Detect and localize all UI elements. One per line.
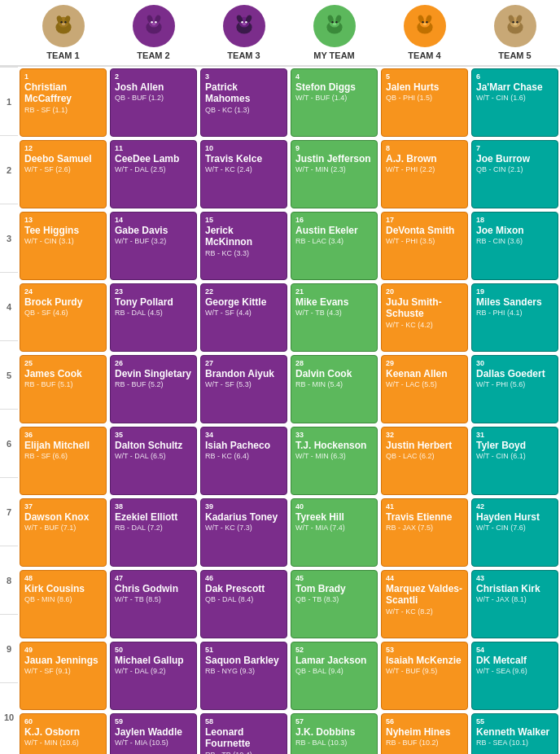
player-card[interactable]: 40Tyreek HillW/T - MIA (7.4) xyxy=(291,498,378,567)
pick-number: 52 xyxy=(295,646,373,654)
player-position: RB - BAL (10.3) xyxy=(295,739,373,747)
player-card[interactable]: 44Marquez Valdes-ScantliW/T - KC (8.2) xyxy=(381,570,468,638)
player-card[interactable]: 43Christian KirkW/T - JAX (8.1) xyxy=(471,570,558,638)
player-card[interactable]: 41Travis EtienneRB - JAX (7.5) xyxy=(381,498,468,567)
pick-number: 48 xyxy=(24,574,102,582)
row-label-2: 2 xyxy=(0,135,18,204)
player-card[interactable]: 4Stefon DiggsW/T - BUF (1.4) xyxy=(291,68,378,137)
player-card[interactable]: 30Dallas GoedertW/T - PHI (5.6) xyxy=(471,355,558,423)
player-card[interactable]: 60K.J. OsbornW/T - MIN (10.6) xyxy=(20,713,107,754)
player-card[interactable]: 17DeVonta SmithW/T - PHI (3.5) xyxy=(381,212,468,280)
player-card[interactable]: 3Patrick MahomesQB - KC (1.3) xyxy=(200,68,287,137)
pick-number: 36 xyxy=(24,431,102,439)
player-name: JuJu Smith-Schuste xyxy=(386,296,463,320)
player-card[interactable]: 57J.K. DobbinsRB - BAL (10.3) xyxy=(291,713,378,754)
player-position: QB - BUF (1.2) xyxy=(115,94,192,102)
player-name: Keenan Allen xyxy=(386,368,463,379)
player-card[interactable]: 54DK MetcalfW/T - SEA (9.6) xyxy=(471,642,558,710)
player-card[interactable]: 22George KittleW/T - SF (4.4) xyxy=(200,283,287,352)
player-card[interactable]: 35Dalton SchultzW/T - DAL (6.5) xyxy=(110,427,197,495)
team-avatar-team2 xyxy=(133,5,175,47)
player-card[interactable]: 28Dalvin CookRB - MIN (5.4) xyxy=(291,355,378,423)
pick-number: 30 xyxy=(476,359,553,367)
player-position: RB - JAX (7.5) xyxy=(386,524,463,532)
player-name: Jaylen Waddle xyxy=(115,726,192,738)
player-name: Patrick Mahomes xyxy=(205,81,282,105)
pick-number: 38 xyxy=(115,502,192,511)
player-card[interactable]: 10Travis KelceW/T - KC (2.4) xyxy=(200,140,287,208)
player-card[interactable]: 5Jalen HurtsQB - PHI (1.5) xyxy=(381,68,468,137)
player-card[interactable]: 48Kirk CousinsQB - MIN (8.6) xyxy=(20,570,107,638)
player-card[interactable]: 11CeeDee LambW/T - DAL (2.5) xyxy=(110,140,197,208)
player-card[interactable]: 39Kadarius ToneyW/T - KC (7.3) xyxy=(200,498,287,567)
player-card[interactable]: 42Hayden HurstW/T - CIN (7.6) xyxy=(471,498,558,567)
pick-number: 43 xyxy=(476,574,553,582)
player-position: W/T - SF (2.6) xyxy=(24,165,102,173)
player-card[interactable]: 24Brock PurdyQB - SF (4.6) xyxy=(20,283,107,352)
player-card[interactable]: 31Tyler BoydW/T - CIN (6.1) xyxy=(471,427,558,495)
pick-number: 13 xyxy=(24,216,102,224)
col-team3: 3Patrick MahomesQB - KC (1.3)10Travis Ke… xyxy=(199,67,289,754)
player-card[interactable]: 18Joe MixonRB - CIN (3.6) xyxy=(471,212,558,280)
player-name: Justin Herbert xyxy=(386,440,463,451)
svg-point-33 xyxy=(426,21,427,23)
pick-number: 44 xyxy=(386,574,463,582)
player-position: W/T - BUF (1.4) xyxy=(295,94,373,102)
player-card[interactable]: 20JuJu Smith-SchusteW/T - KC (4.2) xyxy=(381,283,468,352)
player-name: Tee Higgins xyxy=(24,225,102,236)
player-position: W/T - PHI (2.2) xyxy=(386,165,463,173)
player-card[interactable]: 47Chris GodwinW/T - TB (8.5) xyxy=(110,570,197,638)
player-card[interactable]: 15Jerick McKinnonRB - KC (3.3) xyxy=(200,212,287,280)
player-card[interactable]: 53Isaiah McKenzieW/T - BUF (9.5) xyxy=(381,642,468,710)
player-card[interactable]: 50Michael GallupW/T - DAL (9.2) xyxy=(110,642,197,710)
player-card[interactable]: 56Nyheim HinesRB - BUF (10.2) xyxy=(381,713,468,754)
player-card[interactable]: 33T.J. HockensonW/T - MIN (6.3) xyxy=(291,427,378,495)
player-card[interactable]: 59Jaylen WaddleW/T - MIA (10.5) xyxy=(110,713,197,754)
player-card[interactable]: 49Jauan JenningsW/T - SF (9.1) xyxy=(20,642,107,710)
player-name: Saquon Barkley xyxy=(205,655,282,666)
player-name: Marquez Valdes-Scantli xyxy=(386,583,463,607)
player-card[interactable]: 34Isiah PachecoRB - KC (6.4) xyxy=(200,427,287,495)
pick-number: 1 xyxy=(24,72,102,81)
pick-number: 51 xyxy=(205,646,282,654)
player-card[interactable]: 16Austin EkelerRB - LAC (3.4) xyxy=(291,212,378,280)
player-position: W/T - SF (9.1) xyxy=(24,667,102,675)
player-card[interactable]: 37Dawson KnoxW/T - BUF (7.1) xyxy=(20,498,107,567)
player-card[interactable]: 55Kenneth WalkerRB - SEA (10.1) xyxy=(471,713,558,754)
player-card[interactable]: 51Saquon BarkleyRB - NYG (9.3) xyxy=(200,642,287,710)
player-card[interactable]: 46Dak PrescottQB - DAL (8.4) xyxy=(200,570,287,638)
player-card[interactable]: 38Ezekiel ElliottRB - DAL (7.2) xyxy=(110,498,197,567)
player-card[interactable]: 45Tom BradyQB - TB (8.3) xyxy=(291,570,378,638)
player-card[interactable]: 25James CookRB - BUF (5.1) xyxy=(20,355,107,423)
row-label-5: 5 xyxy=(0,340,18,409)
player-position: W/T - CIN (7.6) xyxy=(476,524,553,532)
svg-point-11 xyxy=(151,21,152,23)
player-card[interactable]: 14Gabe DavisW/T - BUF (3.2) xyxy=(110,212,197,280)
player-card[interactable]: 32Justin HerbertQB - LAC (6.2) xyxy=(381,427,468,495)
player-card[interactable]: 21Mike EvansW/T - TB (4.3) xyxy=(291,283,378,352)
svg-point-41 xyxy=(513,23,517,25)
pick-number: 42 xyxy=(476,502,553,511)
player-card[interactable]: 1Christian McCaffreyRB - SF (1.1) xyxy=(20,68,107,137)
player-card[interactable]: 9Justin JeffersonW/T - MIN (2.3) xyxy=(291,140,378,208)
player-card[interactable]: 52Lamar JacksonQB - BAL (9.4) xyxy=(291,642,378,710)
player-name: Brock Purdy xyxy=(24,296,102,308)
player-card[interactable]: 36Elijah MitchellRB - SF (6.6) xyxy=(20,427,107,495)
player-card[interactable]: 13Tee HigginsW/T - CIN (3.1) xyxy=(20,212,107,280)
player-card[interactable]: 26Devin SingletaryRB - BUF (5.2) xyxy=(110,355,197,423)
player-name: James Cook xyxy=(24,368,102,379)
player-card[interactable]: 12Deebo SamuelW/T - SF (2.6) xyxy=(20,140,107,208)
player-card[interactable]: 27Brandon AiyukW/T - SF (5.3) xyxy=(200,355,287,423)
player-card[interactable]: 2Josh AllenQB - BUF (1.2) xyxy=(110,68,197,137)
player-card[interactable]: 6Ja'Marr ChaseW/T - CIN (1.6) xyxy=(471,68,558,137)
player-position: QB - DAL (8.4) xyxy=(205,595,282,603)
player-card[interactable]: 19Miles SandersRB - PHI (4.1) xyxy=(471,283,558,352)
player-card[interactable]: 23Tony PollardRB - DAL (4.5) xyxy=(110,283,197,352)
pick-number: 18 xyxy=(476,216,553,224)
player-card[interactable]: 8A.J. BrownW/T - PHI (2.2) xyxy=(381,140,468,208)
player-card[interactable]: 7Joe BurrowQB - CIN (2.1) xyxy=(471,140,558,208)
svg-point-13 xyxy=(151,23,155,25)
player-card[interactable]: 29Keenan AllenW/T - LAC (5.5) xyxy=(381,355,468,423)
player-card[interactable]: 58Leonard FournetteRB - TB (10.4) xyxy=(200,713,287,754)
player-position: W/T - CIN (3.1) xyxy=(24,237,102,245)
